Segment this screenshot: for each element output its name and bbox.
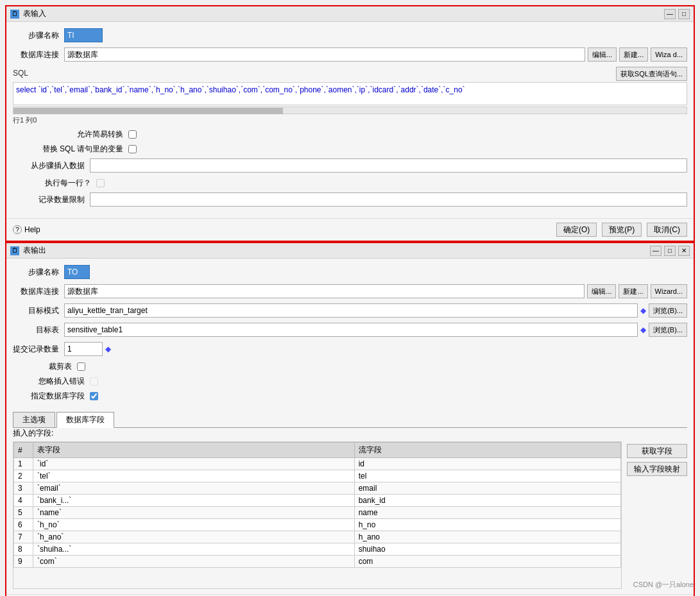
bottom-db-input[interactable] xyxy=(64,284,585,298)
bottom-schema-input[interactable] xyxy=(64,303,638,318)
cell-num: 5 xyxy=(14,507,33,519)
bottom-commit-input[interactable] xyxy=(64,342,103,356)
table-row: 5 `name` name xyxy=(14,507,621,519)
bottom-field-table-head: # 表字段 流字段 xyxy=(14,443,621,458)
bottom-close-button[interactable]: ✕ xyxy=(678,246,690,256)
bottom-field-table-header-row: # 表字段 流字段 xyxy=(14,443,621,458)
table-row: 6 `h_no` h_no xyxy=(14,519,621,531)
top-db-input[interactable] xyxy=(64,47,585,62)
bottom-title-text: 表输出 xyxy=(23,245,46,256)
cell-stream-field: h_no xyxy=(354,519,620,531)
table-row: 8 `shuiha...` shuihao xyxy=(14,543,621,556)
bottom-specify-row: 指定数据库字段 xyxy=(13,391,687,402)
bottom-minimize-button[interactable]: — xyxy=(650,246,662,256)
cell-table-field: `h_ano` xyxy=(33,531,355,543)
bottom-step-name-row: 步骤名称 xyxy=(13,265,687,279)
bottom-table-diamond: ◆ xyxy=(640,325,646,334)
top-minimize-button[interactable]: — xyxy=(664,9,676,19)
bottom-edit-button[interactable]: 编辑... xyxy=(587,284,616,298)
top-execute-row: 执行每一行？ xyxy=(13,178,687,189)
top-sql-scrollbar[interactable] xyxy=(13,106,687,114)
bottom-table-main: # 表字段 流字段 1 `id` id 2 `tel` tel 3 `email… xyxy=(13,441,622,589)
cell-num: 1 xyxy=(14,458,33,470)
tab-main-options[interactable]: 主选项 xyxy=(13,412,55,427)
top-db-buttons: 编辑... 新建... Wiza d... xyxy=(588,47,687,62)
bottom-db-label: 数据库连接 xyxy=(13,286,64,297)
top-record-limit-label: 记录数量限制 xyxy=(13,194,90,205)
top-bottom-bar: ? Help 确定(O) 预览(P) 取消(C) xyxy=(6,218,694,241)
bottom-browse-schema-button[interactable]: 浏览(B)... xyxy=(649,303,687,318)
top-cancel-button[interactable]: 取消(C) xyxy=(647,223,687,237)
top-allow-simple-checkbox[interactable] xyxy=(128,130,137,139)
cell-num: 4 xyxy=(14,495,33,507)
bottom-commit-row: 提交记录数量 ◆ xyxy=(13,342,687,356)
top-window: 🗒 表输入 — □ 步骤名称 数据库连接 编辑... 新建... Wiza d.… xyxy=(5,5,695,242)
cell-num: 2 xyxy=(14,470,33,482)
top-help-icon: ? xyxy=(13,225,22,234)
bottom-step-name-input[interactable] xyxy=(64,265,90,279)
top-record-limit-input[interactable] xyxy=(90,192,687,207)
top-help-button[interactable]: ? Help xyxy=(13,225,40,234)
bottom-browse-table-button[interactable]: 浏览(B)... xyxy=(649,323,687,337)
top-maximize-button[interactable]: □ xyxy=(678,9,690,19)
tab-db-fields[interactable]: 数据库字段 xyxy=(56,412,114,428)
bottom-ignore-row: 您略插入错误 xyxy=(13,376,687,387)
top-replace-sql-checkbox[interactable] xyxy=(128,145,137,153)
bottom-table-label: 目标表 xyxy=(13,325,64,336)
cell-stream-field: id xyxy=(354,458,620,470)
bottom-fields-section: 插入的字段: # 表字段 流字段 1 ` xyxy=(13,428,687,589)
cell-stream-field: h_ano xyxy=(354,531,620,543)
cell-table-field: `tel` xyxy=(33,470,355,482)
table-row: 1 `id` id xyxy=(14,458,621,470)
top-insert-step-label: 从步骤插入数据 xyxy=(13,160,90,171)
top-edit-button[interactable]: 编辑... xyxy=(588,47,617,62)
top-wizard-button[interactable]: Wiza d... xyxy=(651,47,687,62)
bottom-maximize-button[interactable]: □ xyxy=(664,246,676,256)
cell-num: 9 xyxy=(14,556,33,568)
bottom-col-num: # xyxy=(14,443,33,458)
top-step-name-input[interactable] xyxy=(64,28,103,42)
bottom-tabs: 主选项 数据库字段 xyxy=(13,412,687,428)
bottom-get-fields-button[interactable]: 获取字段 xyxy=(627,444,687,458)
top-execute-checkbox[interactable] xyxy=(96,179,105,187)
bottom-table-actions: 获取字段 输入字段映射 xyxy=(627,441,687,589)
top-insert-step-row: 从步骤插入数据 xyxy=(13,158,687,173)
bottom-wizard-button[interactable]: Wizard... xyxy=(651,284,687,298)
bottom-title-bar: 🗒 表输出 — □ ✕ xyxy=(6,243,694,259)
top-window-body: 步骤名称 数据库连接 编辑... 新建... Wiza d... SQL 获取S… xyxy=(6,22,694,218)
top-insert-step-input[interactable] xyxy=(90,158,687,173)
top-replace-sql-label: 替换 SQL 请句里的变量 xyxy=(13,144,128,155)
cell-table-field: `shuiha...` xyxy=(33,543,355,556)
bottom-table-sidebar: # 表字段 流字段 1 `id` id 2 `tel` tel 3 `email… xyxy=(13,441,687,589)
cell-num: 3 xyxy=(14,482,33,495)
bottom-db-row: 数据库连接 编辑... 新建... Wizard... xyxy=(13,284,687,298)
bottom-truncate-checkbox[interactable] xyxy=(77,362,85,371)
top-status-bar: 行1 列0 xyxy=(13,114,687,126)
bottom-enter-mapping-button[interactable]: 输入字段映射 xyxy=(627,462,687,476)
cell-table-field: `bank_i...` xyxy=(33,495,355,507)
table-row: 4 `bank_i...` bank_id xyxy=(14,495,621,507)
bottom-schema-diamond: ◆ xyxy=(640,306,646,315)
top-preview-button[interactable]: 预览(P) xyxy=(602,223,642,237)
bottom-table-input[interactable] xyxy=(64,323,638,337)
cell-stream-field: email xyxy=(354,482,620,495)
top-help-label: Help xyxy=(24,225,40,234)
bottom-step-name-label: 步骤名称 xyxy=(13,267,64,278)
cell-num: 6 xyxy=(14,519,33,531)
top-allow-simple-label: 允许简易转换 xyxy=(13,129,128,140)
bottom-specify-checkbox[interactable] xyxy=(90,392,98,400)
cell-stream-field: tel xyxy=(354,470,620,482)
top-sql-scrollbar-thumb xyxy=(13,108,283,114)
bottom-ignore-checkbox[interactable] xyxy=(90,377,98,386)
top-title-text: 表输入 xyxy=(23,8,46,19)
top-replace-sql-row: 替换 SQL 请句里的变量 xyxy=(13,144,687,155)
table-row: 9 `com` com xyxy=(14,556,621,568)
bottom-field-table-container[interactable]: # 表字段 流字段 1 `id` id 2 `tel` tel 3 `email… xyxy=(13,441,622,589)
top-get-sql-button[interactable]: 获取SQL查询语句... xyxy=(616,67,687,81)
cell-table-field: `h_no` xyxy=(33,519,355,531)
top-confirm-button[interactable]: 确定(O) xyxy=(556,223,597,237)
bottom-new-button[interactable]: 新建... xyxy=(619,284,647,298)
top-status-text: 行1 列0 xyxy=(13,116,37,124)
top-new-button[interactable]: 新建... xyxy=(619,47,648,62)
cell-stream-field: shuihao xyxy=(354,543,620,556)
